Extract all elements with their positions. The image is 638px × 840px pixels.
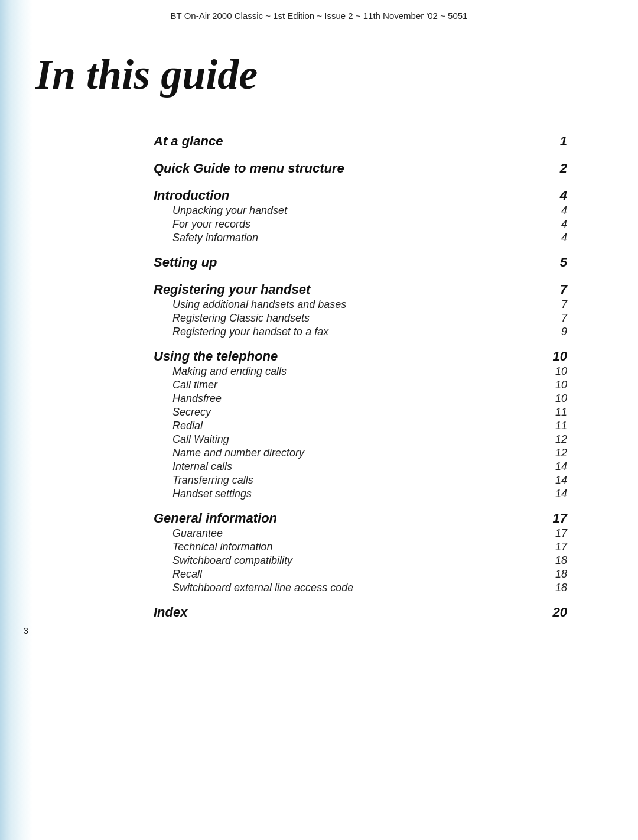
toc-sub-item: Guarantee17 (154, 527, 567, 540)
toc-section-general-information: General information17Guarantee17Technica… (154, 500, 567, 594)
table-of-contents: At a glance1Quick Guide to menu structur… (0, 117, 638, 644)
toc-sub-item: Call Waiting12 (154, 433, 567, 446)
toc-sub-item: Registering Classic handsets7 (154, 312, 567, 325)
toc-section-using-the-telephone: Using the telephone10Making and ending c… (154, 338, 567, 500)
toc-sub-page: 14 (543, 474, 567, 487)
toc-sub-item: Safety information4 (154, 232, 567, 244)
toc-sub-label: Transferring calls (172, 474, 253, 487)
toc-sub-item: Transferring calls14 (154, 474, 567, 487)
toc-sub-item: Technical information17 (154, 541, 567, 553)
toc-label-registering-your-handset: Registering your handset (154, 282, 310, 297)
toc-sub-item: Redial11 (154, 420, 567, 432)
toc-sub-item: Secrecy11 (154, 406, 567, 419)
toc-sub-page: 4 (543, 205, 567, 217)
toc-sub-page: 7 (543, 299, 567, 311)
toc-sub-item: Name and number directory12 (154, 447, 567, 459)
toc-page-general-information: 17 (543, 511, 567, 526)
toc-sub-item: Making and ending calls10 (154, 365, 567, 378)
toc-label-introduction: Introduction (154, 188, 229, 203)
toc-label-at-a-glance: At a glance (154, 134, 223, 149)
toc-sub-item: Switchboard compatibility18 (154, 554, 567, 567)
toc-sub-page: 12 (543, 433, 567, 446)
toc-sub-item: Unpacking your handset4 (154, 205, 567, 217)
toc-heading-quick-guide: Quick Guide to menu structure2 (154, 161, 567, 176)
toc-index-label: Index (154, 605, 187, 620)
toc-sub-label: For your records (172, 218, 250, 231)
toc-sub-item: Internal calls14 (154, 460, 567, 473)
toc-sub-label: Unpacking your handset (172, 205, 287, 217)
toc-sub-label: Handsfree (172, 393, 222, 405)
toc-sub-page: 17 (543, 527, 567, 540)
toc-sub-label: Secrecy (172, 406, 211, 419)
page-title: In this guide (0, 27, 638, 117)
toc-label-quick-guide: Quick Guide to menu structure (154, 161, 344, 176)
toc-heading-general-information: General information17 (154, 511, 567, 526)
toc-sub-page: 17 (543, 541, 567, 553)
toc-sub-item: Call timer10 (154, 379, 567, 391)
toc-sub-page: 4 (543, 232, 567, 244)
header-text: BT On-Air 2000 Classic ~ 1st Edition ~ I… (171, 11, 468, 21)
toc-sub-label: Recall (172, 568, 202, 580)
toc-sub-label: Call Waiting (172, 433, 229, 446)
toc-sub-page: 18 (543, 568, 567, 580)
toc-sub-label: Internal calls (172, 460, 232, 473)
toc-page-setting-up: 5 (543, 255, 567, 270)
toc-sub-page: 12 (543, 447, 567, 459)
page-number: 3 (24, 626, 638, 635)
toc-sub-label: Switchboard external line access code (172, 582, 353, 594)
toc-sub-page: 14 (543, 460, 567, 473)
toc-sub-label: Call timer (172, 379, 217, 391)
toc-sub-item: Recall18 (154, 568, 567, 580)
toc-sub-item: For your records4 (154, 218, 567, 231)
toc-heading-introduction: Introduction4 (154, 188, 567, 203)
toc-heading-setting-up: Setting up5 (154, 255, 567, 270)
toc-section-at-a-glance: At a glance1 (154, 123, 567, 150)
toc-section-quick-guide: Quick Guide to menu structure2 (154, 150, 567, 177)
toc-sub-label: Handset settings (172, 488, 252, 500)
toc-heading-registering-your-handset: Registering your handset7 (154, 282, 567, 297)
toc-sub-page: 10 (543, 379, 567, 391)
toc-sub-label: Making and ending calls (172, 365, 287, 378)
toc-sub-page: 11 (543, 406, 567, 419)
toc-label-general-information: General information (154, 511, 277, 526)
toc-sub-page: 18 (543, 582, 567, 594)
toc-sub-label: Using additional handsets and bases (172, 299, 346, 311)
toc-sub-label: Registering your handset to a fax (172, 326, 328, 338)
toc-index-page: 20 (543, 605, 567, 620)
toc-label-setting-up: Setting up (154, 255, 217, 270)
toc-sub-page: 10 (543, 393, 567, 405)
toc-section-introduction: Introduction4Unpacking your handset4For … (154, 177, 567, 244)
toc-sub-page: 14 (543, 488, 567, 500)
toc-index: Index20 (154, 605, 567, 620)
toc-sub-page: 10 (543, 365, 567, 378)
toc-page-using-the-telephone: 10 (543, 349, 567, 364)
toc-page-quick-guide: 2 (543, 161, 567, 176)
toc-page-introduction: 4 (543, 188, 567, 203)
toc-sub-label: Redial (172, 420, 203, 432)
toc-sub-page: 18 (543, 554, 567, 567)
toc-sub-label: Name and number directory (172, 447, 304, 459)
toc-section-registering-your-handset: Registering your handset7Using additiona… (154, 271, 567, 338)
toc-sub-label: Switchboard compatibility (172, 554, 292, 567)
toc-sub-label: Safety information (172, 232, 258, 244)
header: BT On-Air 2000 Classic ~ 1st Edition ~ I… (0, 0, 638, 27)
toc-sub-item: Handset settings14 (154, 488, 567, 500)
toc-sub-item: Using additional handsets and bases7 (154, 299, 567, 311)
toc-sub-label: Technical information (172, 541, 272, 553)
toc-sub-item: Registering your handset to a fax9 (154, 326, 567, 338)
toc-section-setting-up: Setting up5 (154, 244, 567, 271)
toc-heading-using-the-telephone: Using the telephone10 (154, 349, 567, 364)
toc-page-registering-your-handset: 7 (543, 282, 567, 297)
toc-heading-at-a-glance: At a glance1 (154, 134, 567, 149)
toc-sub-label: Guarantee (172, 527, 223, 540)
toc-label-using-the-telephone: Using the telephone (154, 349, 278, 364)
toc-page-at-a-glance: 1 (543, 134, 567, 149)
toc-sub-page: 11 (543, 420, 567, 432)
toc-sub-label: Registering Classic handsets (172, 312, 310, 325)
toc-sub-page: 9 (543, 326, 567, 338)
toc-sub-item: Handsfree10 (154, 393, 567, 405)
toc-sub-item: Switchboard external line access code18 (154, 582, 567, 594)
toc-sub-page: 4 (543, 218, 567, 231)
toc-sub-page: 7 (543, 312, 567, 325)
